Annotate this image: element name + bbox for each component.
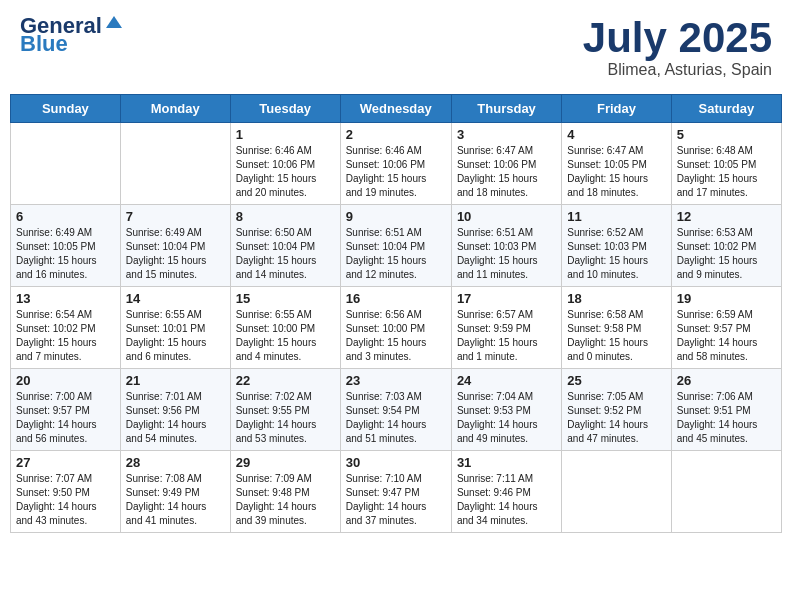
calendar-day-8: 8Sunrise: 6:50 AM Sunset: 10:04 PM Dayli…	[230, 205, 340, 287]
day-number: 20	[16, 373, 115, 388]
day-number: 21	[126, 373, 225, 388]
day-header-thursday: Thursday	[451, 95, 561, 123]
calendar-empty-cell	[120, 123, 230, 205]
calendar-empty-cell	[562, 451, 671, 533]
calendar-day-18: 18Sunrise: 6:58 AM Sunset: 9:58 PM Dayli…	[562, 287, 671, 369]
calendar-day-9: 9Sunrise: 6:51 AM Sunset: 10:04 PM Dayli…	[340, 205, 451, 287]
day-content: Sunrise: 6:53 AM Sunset: 10:02 PM Daylig…	[677, 226, 776, 282]
day-number: 13	[16, 291, 115, 306]
calendar-day-30: 30Sunrise: 7:10 AM Sunset: 9:47 PM Dayli…	[340, 451, 451, 533]
day-number: 27	[16, 455, 115, 470]
day-number: 30	[346, 455, 446, 470]
calendar-day-17: 17Sunrise: 6:57 AM Sunset: 9:59 PM Dayli…	[451, 287, 561, 369]
day-content: Sunrise: 7:04 AM Sunset: 9:53 PM Dayligh…	[457, 390, 556, 446]
calendar-header-row: SundayMondayTuesdayWednesdayThursdayFrid…	[11, 95, 782, 123]
calendar-day-15: 15Sunrise: 6:55 AM Sunset: 10:00 PM Dayl…	[230, 287, 340, 369]
calendar-day-12: 12Sunrise: 6:53 AM Sunset: 10:02 PM Dayl…	[671, 205, 781, 287]
day-content: Sunrise: 6:51 AM Sunset: 10:03 PM Daylig…	[457, 226, 556, 282]
logo-icon	[104, 14, 124, 34]
calendar-day-3: 3Sunrise: 6:47 AM Sunset: 10:06 PM Dayli…	[451, 123, 561, 205]
day-number: 6	[16, 209, 115, 224]
day-content: Sunrise: 6:47 AM Sunset: 10:06 PM Daylig…	[457, 144, 556, 200]
day-content: Sunrise: 6:55 AM Sunset: 10:00 PM Daylig…	[236, 308, 335, 364]
day-number: 4	[567, 127, 665, 142]
day-number: 7	[126, 209, 225, 224]
day-content: Sunrise: 7:10 AM Sunset: 9:47 PM Dayligh…	[346, 472, 446, 528]
day-number: 19	[677, 291, 776, 306]
day-content: Sunrise: 6:56 AM Sunset: 10:00 PM Daylig…	[346, 308, 446, 364]
month-title: July 2025	[583, 15, 772, 61]
calendar-day-11: 11Sunrise: 6:52 AM Sunset: 10:03 PM Dayl…	[562, 205, 671, 287]
day-number: 29	[236, 455, 335, 470]
day-content: Sunrise: 7:01 AM Sunset: 9:56 PM Dayligh…	[126, 390, 225, 446]
calendar-day-4: 4Sunrise: 6:47 AM Sunset: 10:05 PM Dayli…	[562, 123, 671, 205]
day-header-friday: Friday	[562, 95, 671, 123]
page-header: General Blue July 2025 Blimea, Asturias,…	[10, 10, 782, 84]
calendar-day-7: 7Sunrise: 6:49 AM Sunset: 10:04 PM Dayli…	[120, 205, 230, 287]
calendar-table: SundayMondayTuesdayWednesdayThursdayFrid…	[10, 94, 782, 533]
calendar-day-19: 19Sunrise: 6:59 AM Sunset: 9:57 PM Dayli…	[671, 287, 781, 369]
day-number: 31	[457, 455, 556, 470]
logo-blue-text: Blue	[20, 33, 68, 55]
calendar-day-24: 24Sunrise: 7:04 AM Sunset: 9:53 PM Dayli…	[451, 369, 561, 451]
day-number: 11	[567, 209, 665, 224]
day-number: 17	[457, 291, 556, 306]
day-header-wednesday: Wednesday	[340, 95, 451, 123]
calendar-day-13: 13Sunrise: 6:54 AM Sunset: 10:02 PM Dayl…	[11, 287, 121, 369]
calendar-day-6: 6Sunrise: 6:49 AM Sunset: 10:05 PM Dayli…	[11, 205, 121, 287]
calendar-day-1: 1Sunrise: 6:46 AM Sunset: 10:06 PM Dayli…	[230, 123, 340, 205]
title-block: July 2025 Blimea, Asturias, Spain	[583, 15, 772, 79]
calendar-day-22: 22Sunrise: 7:02 AM Sunset: 9:55 PM Dayli…	[230, 369, 340, 451]
day-content: Sunrise: 6:47 AM Sunset: 10:05 PM Daylig…	[567, 144, 665, 200]
day-number: 26	[677, 373, 776, 388]
day-number: 15	[236, 291, 335, 306]
day-number: 10	[457, 209, 556, 224]
calendar-day-28: 28Sunrise: 7:08 AM Sunset: 9:49 PM Dayli…	[120, 451, 230, 533]
day-content: Sunrise: 6:48 AM Sunset: 10:05 PM Daylig…	[677, 144, 776, 200]
day-number: 24	[457, 373, 556, 388]
calendar-week-row: 27Sunrise: 7:07 AM Sunset: 9:50 PM Dayli…	[11, 451, 782, 533]
calendar-day-29: 29Sunrise: 7:09 AM Sunset: 9:48 PM Dayli…	[230, 451, 340, 533]
day-number: 25	[567, 373, 665, 388]
calendar-empty-cell	[11, 123, 121, 205]
day-content: Sunrise: 6:54 AM Sunset: 10:02 PM Daylig…	[16, 308, 115, 364]
calendar-day-23: 23Sunrise: 7:03 AM Sunset: 9:54 PM Dayli…	[340, 369, 451, 451]
day-content: Sunrise: 7:07 AM Sunset: 9:50 PM Dayligh…	[16, 472, 115, 528]
day-header-tuesday: Tuesday	[230, 95, 340, 123]
day-content: Sunrise: 7:08 AM Sunset: 9:49 PM Dayligh…	[126, 472, 225, 528]
day-content: Sunrise: 7:05 AM Sunset: 9:52 PM Dayligh…	[567, 390, 665, 446]
calendar-week-row: 20Sunrise: 7:00 AM Sunset: 9:57 PM Dayli…	[11, 369, 782, 451]
day-content: Sunrise: 6:55 AM Sunset: 10:01 PM Daylig…	[126, 308, 225, 364]
day-number: 23	[346, 373, 446, 388]
calendar-day-25: 25Sunrise: 7:05 AM Sunset: 9:52 PM Dayli…	[562, 369, 671, 451]
day-number: 9	[346, 209, 446, 224]
calendar-week-row: 13Sunrise: 6:54 AM Sunset: 10:02 PM Dayl…	[11, 287, 782, 369]
calendar-day-2: 2Sunrise: 6:46 AM Sunset: 10:06 PM Dayli…	[340, 123, 451, 205]
calendar-day-21: 21Sunrise: 7:01 AM Sunset: 9:56 PM Dayli…	[120, 369, 230, 451]
day-number: 28	[126, 455, 225, 470]
svg-marker-0	[106, 16, 122, 28]
day-header-monday: Monday	[120, 95, 230, 123]
day-content: Sunrise: 6:52 AM Sunset: 10:03 PM Daylig…	[567, 226, 665, 282]
day-header-sunday: Sunday	[11, 95, 121, 123]
calendar-empty-cell	[671, 451, 781, 533]
day-number: 1	[236, 127, 335, 142]
day-content: Sunrise: 6:46 AM Sunset: 10:06 PM Daylig…	[236, 144, 335, 200]
day-content: Sunrise: 6:58 AM Sunset: 9:58 PM Dayligh…	[567, 308, 665, 364]
calendar-week-row: 1Sunrise: 6:46 AM Sunset: 10:06 PM Dayli…	[11, 123, 782, 205]
day-content: Sunrise: 6:50 AM Sunset: 10:04 PM Daylig…	[236, 226, 335, 282]
location-text: Blimea, Asturias, Spain	[583, 61, 772, 79]
day-number: 16	[346, 291, 446, 306]
calendar-day-14: 14Sunrise: 6:55 AM Sunset: 10:01 PM Dayl…	[120, 287, 230, 369]
day-content: Sunrise: 7:09 AM Sunset: 9:48 PM Dayligh…	[236, 472, 335, 528]
day-content: Sunrise: 7:02 AM Sunset: 9:55 PM Dayligh…	[236, 390, 335, 446]
calendar-day-16: 16Sunrise: 6:56 AM Sunset: 10:00 PM Dayl…	[340, 287, 451, 369]
day-content: Sunrise: 7:11 AM Sunset: 9:46 PM Dayligh…	[457, 472, 556, 528]
day-header-saturday: Saturday	[671, 95, 781, 123]
day-content: Sunrise: 6:59 AM Sunset: 9:57 PM Dayligh…	[677, 308, 776, 364]
calendar-week-row: 6Sunrise: 6:49 AM Sunset: 10:05 PM Dayli…	[11, 205, 782, 287]
day-content: Sunrise: 7:03 AM Sunset: 9:54 PM Dayligh…	[346, 390, 446, 446]
day-content: Sunrise: 6:46 AM Sunset: 10:06 PM Daylig…	[346, 144, 446, 200]
calendar-day-10: 10Sunrise: 6:51 AM Sunset: 10:03 PM Dayl…	[451, 205, 561, 287]
day-number: 8	[236, 209, 335, 224]
